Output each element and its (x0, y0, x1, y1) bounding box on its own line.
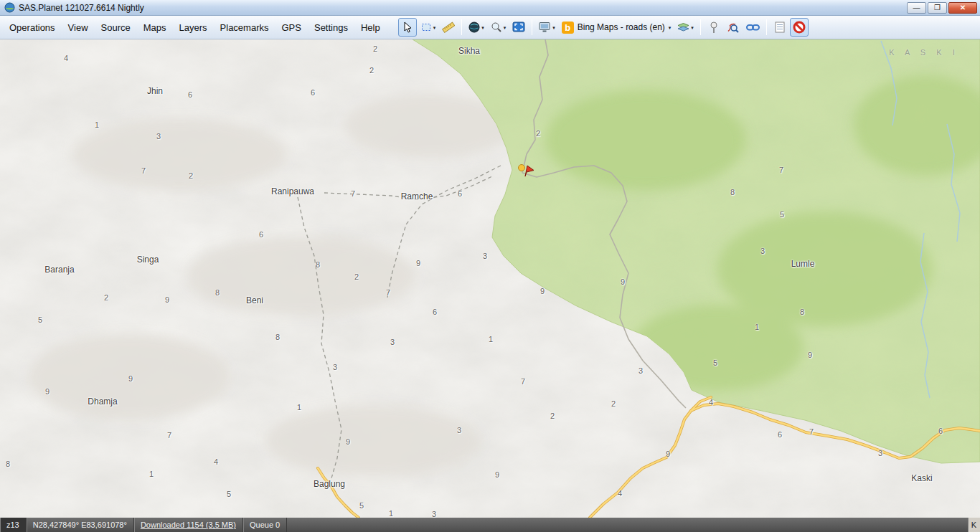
toolbar-separator (700, 19, 701, 35)
fullscreen-button[interactable] (509, 18, 528, 37)
bing-logo-icon: b (562, 22, 574, 34)
ban-icon (793, 21, 806, 34)
list-page-icon (775, 22, 785, 33)
active-map-label: Bing Maps - roads (en) (578, 22, 665, 32)
window-controls: — ❐ ✕ (907, 2, 977, 14)
zoom-tool-button[interactable]: ▾ (488, 18, 509, 37)
menu-item[interactable]: Maps (137, 19, 173, 37)
menu-item[interactable]: Placemarks (214, 19, 275, 37)
statusbar-spacer (287, 518, 967, 532)
minimize-button[interactable]: — (907, 2, 926, 14)
coordinates: N28,427849° E83,691078° (27, 518, 134, 532)
maximize-button[interactable]: ❐ (928, 2, 947, 14)
titlebar: SAS.Planet 121027.6614 Nightly — ❐ ✕ (0, 0, 980, 16)
layers-selector-button[interactable]: ▾ (674, 18, 697, 37)
app-window: SAS.Planet 121027.6614 Nightly — ❐ ✕ Ope… (0, 0, 980, 532)
close-button[interactable]: ✕ (948, 2, 977, 14)
placemark-pin-button[interactable] (705, 18, 723, 37)
cursor-tool-button[interactable] (398, 18, 417, 37)
menu-toolbar-row: OperationsViewSourceMapsLayersPlacemarks… (0, 16, 980, 39)
menu-item[interactable]: Settings (308, 19, 354, 37)
menu-item[interactable]: Layers (173, 19, 214, 37)
placemark-list-button[interactable] (771, 18, 789, 37)
chevron-down-icon[interactable]: ▾ (433, 25, 436, 30)
ruler-tool-button[interactable] (439, 18, 458, 37)
chevron-down-icon[interactable]: ▾ (504, 25, 507, 30)
navigation-link-button[interactable] (743, 18, 763, 37)
zoom-level: z13 (0, 518, 27, 532)
toolbar: ▾ ▾ (398, 18, 809, 37)
pin-icon (710, 22, 718, 34)
menu-item[interactable]: GPS (275, 19, 308, 37)
fill-map-button[interactable]: ▾ (536, 18, 558, 37)
toolbar-separator (766, 19, 767, 35)
chevron-down-icon[interactable]: ▾ (669, 25, 672, 30)
layers-icon (677, 22, 689, 33)
statusbar: z13 N28,427849° E83,691078° Downloaded 1… (0, 518, 980, 532)
monitor-icon (539, 22, 551, 33)
route-magnifier-icon (727, 22, 739, 33)
cursor-icon (402, 22, 413, 33)
selection-rect-icon (420, 22, 432, 33)
cancel-download-button[interactable] (790, 18, 809, 37)
bing-maps-selector[interactable]: b Bing Maps - roads (en) ▾ (559, 18, 674, 37)
chain-link-icon (746, 22, 760, 32)
magnifier-icon (491, 22, 502, 33)
window-title: SAS.Planet 121027.6614 Nightly (19, 3, 144, 13)
region-label: K A S K I (889, 48, 958, 57)
chevron-down-icon[interactable]: ▾ (691, 25, 694, 30)
menu-item[interactable]: View (62, 19, 95, 37)
queue-status: Queue 0 (243, 518, 287, 532)
globe-icon (468, 22, 480, 33)
downloaded-status: Downloaded 1154 (3,5 MB) (134, 518, 243, 532)
menu-item[interactable]: Operations (3, 19, 62, 37)
chevron-down-icon[interactable]: ▾ (552, 25, 555, 30)
fullscreen-icon (512, 22, 525, 33)
menu-item[interactable]: Help (354, 19, 387, 37)
placemark-flag[interactable] (517, 162, 535, 178)
app-icon (4, 2, 15, 13)
statusbar-right: K (968, 518, 980, 532)
ruler-icon (442, 22, 455, 33)
route-search-button[interactable] (724, 18, 743, 37)
map-svg (0, 39, 980, 518)
map-canvas[interactable]: SikhaJhinRanipauwaRamcheSingaBaranjaBeni… (0, 39, 980, 518)
menubar: OperationsViewSourceMapsLayersPlacemarks… (3, 19, 387, 37)
selection-tool-button[interactable]: ▾ (418, 18, 439, 37)
globe-tool-button[interactable]: ▾ (466, 18, 487, 37)
toolbar-separator (461, 19, 462, 35)
toolbar-separator (532, 19, 532, 35)
menu-item[interactable]: Source (95, 19, 137, 37)
chevron-down-icon[interactable]: ▾ (481, 25, 484, 30)
